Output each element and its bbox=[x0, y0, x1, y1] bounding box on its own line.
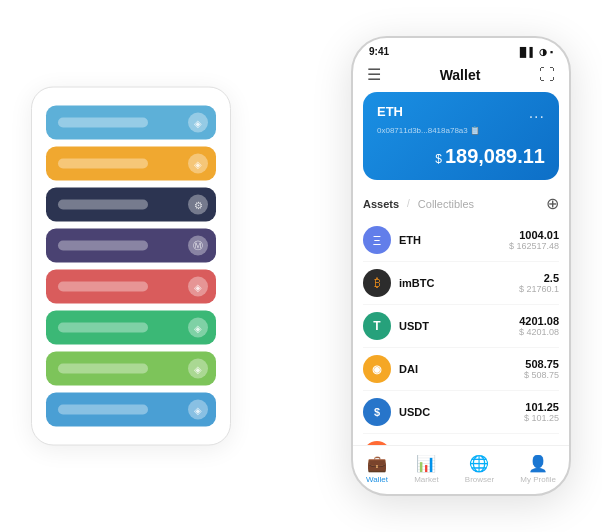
asset-amount: 101.25 bbox=[524, 401, 559, 413]
list-item[interactable]: ◈ bbox=[46, 352, 216, 386]
asset-name: USDT bbox=[399, 320, 519, 332]
currency-symbol: $ bbox=[435, 152, 442, 166]
wallet-nav-icon: 💼 bbox=[367, 454, 387, 473]
table-row[interactable]: ₿ imBTC 2.5 $ 21760.1 bbox=[363, 262, 559, 305]
eth-options-button[interactable]: ... bbox=[529, 104, 545, 122]
bottom-nav: 💼 Wallet 📊 Market 🌐 Browser 👤 My Profile bbox=[353, 445, 569, 494]
asset-amounts: 1004.01 $ 162517.48 bbox=[509, 229, 559, 251]
signal-icon: ▐▌▌ bbox=[517, 47, 536, 57]
wallet-nav-label: Wallet bbox=[366, 475, 388, 484]
asset-amount: 1004.01 bbox=[509, 229, 559, 241]
card-label bbox=[58, 200, 148, 210]
card-icon: ◈ bbox=[188, 400, 208, 420]
list-item[interactable]: ◈ bbox=[46, 106, 216, 140]
card-icon: ⚙ bbox=[188, 195, 208, 215]
card-icon: ◈ bbox=[188, 318, 208, 338]
browser-nav-icon: 🌐 bbox=[469, 454, 489, 473]
card-icon: ◈ bbox=[188, 113, 208, 133]
list-item[interactable]: ⚙ bbox=[46, 188, 216, 222]
asset-usd: $ 162517.48 bbox=[509, 241, 559, 251]
market-nav-label: Market bbox=[414, 475, 438, 484]
asset-usd: $ 508.75 bbox=[524, 370, 559, 380]
eth-card[interactable]: ETH ... 0x08711d3b...8418a78a3 📋 $189,08… bbox=[363, 92, 559, 180]
list-item[interactable]: ◈ bbox=[46, 311, 216, 345]
profile-nav-label: My Profile bbox=[520, 475, 556, 484]
card-label bbox=[58, 159, 148, 169]
menu-icon[interactable]: ☰ bbox=[367, 65, 381, 84]
asset-amounts: 4201.08 $ 4201.08 bbox=[519, 315, 559, 337]
asset-name: ETH bbox=[399, 234, 509, 246]
asset-name: DAI bbox=[399, 363, 524, 375]
usdc-icon: $ bbox=[363, 398, 391, 426]
list-item[interactable]: ◈ bbox=[46, 393, 216, 427]
asset-name: USDC bbox=[399, 406, 524, 418]
phone-header: ☰ Wallet ⛶ bbox=[353, 61, 569, 92]
status-bar: 9:41 ▐▌▌ ◑ ▪ bbox=[353, 38, 569, 61]
eth-balance: $189,089.11 bbox=[377, 145, 545, 168]
tab-divider: / bbox=[407, 198, 410, 209]
card-label bbox=[58, 405, 148, 415]
asset-amount: 2.5 bbox=[519, 272, 559, 284]
assets-tabs: Assets / Collectibles bbox=[363, 198, 474, 210]
wifi-icon: ◑ bbox=[539, 47, 547, 57]
status-icons: ▐▌▌ ◑ ▪ bbox=[517, 47, 553, 57]
nav-profile[interactable]: 👤 My Profile bbox=[520, 454, 556, 484]
asset-usd: $ 21760.1 bbox=[519, 284, 559, 294]
card-stack: ◈ ◈ ⚙ Ⓜ ◈ ◈ ◈ ◈ bbox=[31, 87, 231, 446]
asset-amounts: 508.75 $ 508.75 bbox=[524, 358, 559, 380]
eth-icon: Ξ bbox=[363, 226, 391, 254]
status-time: 9:41 bbox=[369, 46, 389, 57]
table-row[interactable]: Ξ ETH 1004.01 $ 162517.48 bbox=[363, 219, 559, 262]
list-item[interactable]: ◈ bbox=[46, 147, 216, 181]
usdt-icon: T bbox=[363, 312, 391, 340]
assets-header: Assets / Collectibles ⊕ bbox=[363, 190, 559, 219]
tab-assets[interactable]: Assets bbox=[363, 198, 399, 210]
asset-name: imBTC bbox=[399, 277, 519, 289]
card-label bbox=[58, 118, 148, 128]
tab-collectibles[interactable]: Collectibles bbox=[418, 198, 474, 210]
imbtc-icon: ₿ bbox=[363, 269, 391, 297]
add-asset-button[interactable]: ⊕ bbox=[546, 194, 559, 213]
card-label bbox=[58, 241, 148, 251]
table-row[interactable]: 🦋 TFT 13 0 bbox=[363, 434, 559, 445]
asset-amounts: 101.25 $ 101.25 bbox=[524, 401, 559, 423]
scene: ◈ ◈ ⚙ Ⓜ ◈ ◈ ◈ ◈ bbox=[21, 16, 581, 516]
nav-browser[interactable]: 🌐 Browser bbox=[465, 454, 494, 484]
eth-card-top: ETH ... bbox=[377, 104, 545, 122]
card-label bbox=[58, 282, 148, 292]
asset-list: Ξ ETH 1004.01 $ 162517.48 ₿ imBTC 2.5 $ … bbox=[363, 219, 559, 445]
eth-address: 0x08711d3b...8418a78a3 📋 bbox=[377, 126, 545, 135]
table-row[interactable]: ◉ DAI 508.75 $ 508.75 bbox=[363, 348, 559, 391]
asset-usd: $ 101.25 bbox=[524, 413, 559, 423]
asset-amounts: 2.5 $ 21760.1 bbox=[519, 272, 559, 294]
table-row[interactable]: $ USDC 101.25 $ 101.25 bbox=[363, 391, 559, 434]
card-icon: ◈ bbox=[188, 154, 208, 174]
card-icon: ◈ bbox=[188, 277, 208, 297]
expand-icon[interactable]: ⛶ bbox=[539, 66, 555, 84]
list-item[interactable]: ◈ bbox=[46, 270, 216, 304]
asset-usd: $ 4201.08 bbox=[519, 327, 559, 337]
table-row[interactable]: T USDT 4201.08 $ 4201.08 bbox=[363, 305, 559, 348]
asset-amount: 508.75 bbox=[524, 358, 559, 370]
eth-symbol: ETH bbox=[377, 104, 403, 119]
market-nav-icon: 📊 bbox=[416, 454, 436, 473]
profile-nav-icon: 👤 bbox=[528, 454, 548, 473]
battery-icon: ▪ bbox=[550, 47, 553, 57]
list-item[interactable]: Ⓜ bbox=[46, 229, 216, 263]
card-label bbox=[58, 364, 148, 374]
card-label bbox=[58, 323, 148, 333]
card-icon: ◈ bbox=[188, 359, 208, 379]
phone-mockup: 9:41 ▐▌▌ ◑ ▪ ☰ Wallet ⛶ ETH ... 0x08711d bbox=[351, 36, 571, 496]
phone-body: ETH ... 0x08711d3b...8418a78a3 📋 $189,08… bbox=[353, 92, 569, 445]
nav-wallet[interactable]: 💼 Wallet bbox=[366, 454, 388, 484]
page-title: Wallet bbox=[440, 67, 481, 83]
browser-nav-label: Browser bbox=[465, 475, 494, 484]
card-icon: Ⓜ bbox=[188, 236, 208, 256]
dai-icon: ◉ bbox=[363, 355, 391, 383]
nav-market[interactable]: 📊 Market bbox=[414, 454, 438, 484]
asset-amount: 4201.08 bbox=[519, 315, 559, 327]
